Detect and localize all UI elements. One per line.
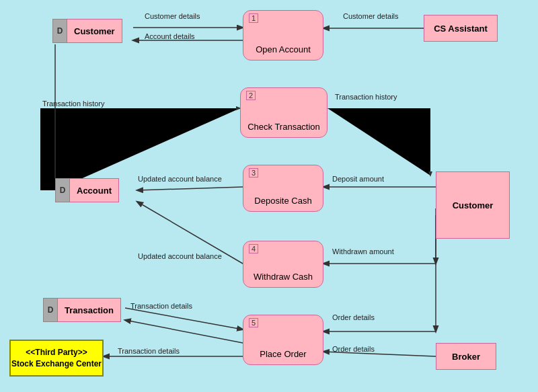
svg-line-4 xyxy=(137,187,243,190)
process-number-4: 4 xyxy=(249,244,258,253)
process-number-1: 1 xyxy=(249,13,258,23)
process-check-transaction[interactable]: 2 Check Transaction xyxy=(240,87,328,138)
datastore-label-account: Account xyxy=(70,178,119,202)
process-place-order[interactable]: 5 Place Order xyxy=(243,315,323,365)
datastore-d-customer: D xyxy=(52,19,67,43)
datastore-d-transaction: D xyxy=(43,298,58,322)
svg-line-9 xyxy=(125,320,243,343)
actor-customer-right: Customer xyxy=(436,171,510,239)
label-customer-details-top: Customer details xyxy=(145,12,200,20)
customer-right-label: Customer xyxy=(453,200,494,210)
process-number-2: 2 xyxy=(246,91,256,100)
process-label-4: Withdraw Cash xyxy=(254,272,313,282)
label-transaction-details-out: Transaction details xyxy=(118,347,180,355)
label-deposit-amount: Deposit amount xyxy=(332,175,384,183)
process-number-3: 3 xyxy=(249,168,258,178)
broker-label: Broker xyxy=(452,352,480,362)
process-deposit-cash[interactable]: 3 Deposite Cash xyxy=(243,165,323,212)
external-stock-exchange: <<Third Party>>Stock Exchange Center xyxy=(9,340,104,377)
process-label-1: Open Account xyxy=(256,44,311,54)
label-updated-balance-deposit: Updated account balance xyxy=(138,175,222,183)
process-open-account[interactable]: 1 Open Account xyxy=(243,10,323,61)
label-transaction-history-left: Transaction history xyxy=(42,100,105,108)
label-withdrawn-amount: Withdrawn amount xyxy=(332,247,394,256)
label-transaction-details-in: Transaction details xyxy=(130,302,192,310)
process-withdraw-cash[interactable]: 4 Withdraw Cash xyxy=(243,241,323,288)
label-account-details: Account details xyxy=(145,32,195,40)
datastore-account: D Account xyxy=(55,178,119,202)
label-order-details-top: Order details xyxy=(332,313,375,321)
label-cs-customer-details: Customer details xyxy=(343,12,399,20)
svg-line-8 xyxy=(125,308,243,329)
process-number-5: 5 xyxy=(249,318,258,327)
datastore-d-account: D xyxy=(55,178,70,202)
label-transaction-history-right: Transaction history xyxy=(335,93,397,101)
actor-cs-assistant: CS Assistant xyxy=(424,15,498,42)
datastore-label-customer: Customer xyxy=(67,19,122,43)
label-updated-balance-withdraw: Updated account balance xyxy=(138,252,222,260)
process-label-2: Check Transaction xyxy=(247,122,320,132)
process-label-3: Deposite Cash xyxy=(254,196,311,206)
cs-assistant-label: CS Assistant xyxy=(434,24,488,34)
datastore-transaction: D Transaction xyxy=(43,298,121,322)
datastore-customer: D Customer xyxy=(52,19,122,43)
label-order-details-bottom: Order details xyxy=(332,345,375,353)
datastore-label-transaction: Transaction xyxy=(58,298,121,322)
actor-broker: Broker xyxy=(436,343,496,370)
stock-exchange-label: <<Third Party>>Stock Exchange Center xyxy=(11,347,102,370)
diagram-container: Customer details Account details Custome… xyxy=(0,0,538,392)
process-label-5: Place Order xyxy=(260,349,306,359)
